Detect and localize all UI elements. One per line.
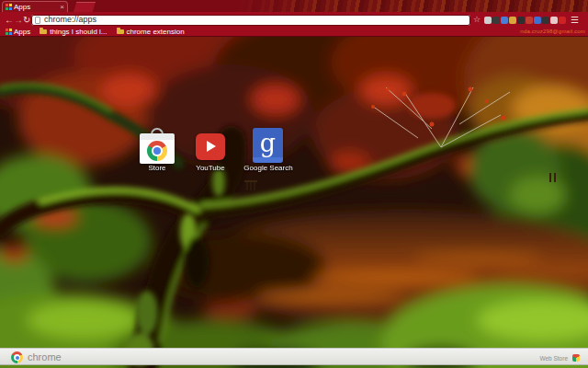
apps-grid-icon bbox=[6, 29, 8, 31]
web-store-app-label[interactable]: Store bbox=[134, 164, 180, 172]
extension-icon[interactable] bbox=[534, 17, 541, 24]
browser-window: Apps × ← → ↻ chrome://apps ☆ ☰ Apps thin… bbox=[0, 0, 588, 368]
chrome-logo-icon bbox=[11, 351, 23, 363]
web-store-label: Web Store bbox=[539, 355, 568, 362]
url-text[interactable]: chrome://apps bbox=[44, 15, 96, 25]
extension-icon[interactable] bbox=[517, 17, 525, 24]
chrome-logo-icon bbox=[147, 141, 167, 161]
tab-title: Apps bbox=[14, 3, 57, 12]
chrome-brand-label: chrome bbox=[28, 351, 62, 362]
tab-apps[interactable]: Apps × bbox=[2, 1, 68, 12]
bookmark-star-icon[interactable]: ☆ bbox=[473, 14, 481, 26]
extension-icon[interactable] bbox=[559, 17, 566, 24]
extension-icon[interactable] bbox=[492, 17, 500, 24]
back-button[interactable]: ← bbox=[5, 13, 14, 27]
omnibox[interactable]: chrome://apps bbox=[31, 15, 470, 26]
footer-bar: chrome Web Store bbox=[0, 348, 588, 365]
bookmark-item-apps[interactable]: Apps bbox=[6, 28, 30, 36]
watermark-text: nda.cruz298@gmail.com bbox=[520, 29, 585, 34]
forward-button[interactable]: → bbox=[14, 13, 23, 27]
extension-icon[interactable] bbox=[501, 17, 508, 24]
apps-grid-icon bbox=[6, 4, 8, 6]
reload-button[interactable]: ↻ bbox=[23, 13, 30, 27]
bookmark-folder-chrome-extension[interactable]: chrome extension bbox=[117, 28, 185, 36]
bookmarks-bar: Apps things I should l... chrome extensi… bbox=[0, 28, 588, 37]
extension-icon[interactable] bbox=[542, 17, 549, 24]
new-tab-button[interactable] bbox=[74, 2, 96, 12]
google-g-icon: g bbox=[260, 130, 276, 157]
page-icon bbox=[35, 17, 40, 24]
play-icon bbox=[207, 141, 216, 152]
extension-icon[interactable] bbox=[550, 17, 558, 24]
youtube-app[interactable] bbox=[196, 133, 225, 160]
tab-strip: Apps × bbox=[0, 0, 588, 12]
bookmark-folder-things[interactable]: things I should l... bbox=[40, 28, 107, 36]
extension-icon[interactable] bbox=[509, 17, 516, 24]
tab-close-icon[interactable]: × bbox=[60, 4, 64, 11]
web-store-app[interactable] bbox=[140, 128, 175, 165]
web-store-icon bbox=[572, 354, 580, 362]
extension-icon[interactable] bbox=[526, 17, 533, 24]
menu-icon[interactable]: ☰ bbox=[571, 13, 579, 27]
google-search-app[interactable]: g bbox=[253, 128, 283, 163]
extensions-area bbox=[484, 17, 566, 24]
google-search-app-label[interactable]: Google Search bbox=[233, 164, 303, 172]
extension-icon[interactable] bbox=[484, 17, 492, 24]
toolbar: ← → ↻ chrome://apps ☆ ☰ bbox=[0, 12, 588, 28]
folder-icon bbox=[40, 29, 47, 34]
wallpaper-image bbox=[0, 37, 588, 368]
folder-icon bbox=[117, 29, 124, 34]
youtube-app-label[interactable]: YouTube bbox=[187, 164, 233, 172]
